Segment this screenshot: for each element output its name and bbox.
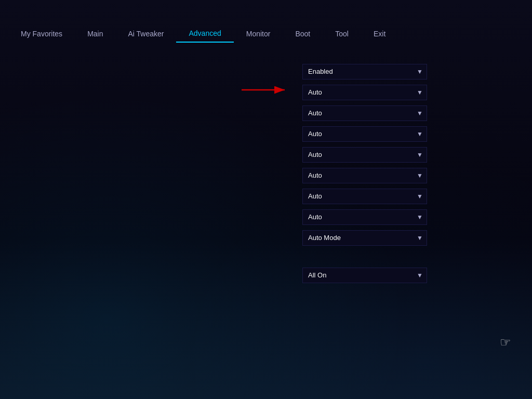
select-pciex16-bif[interactable]: Auto ModeManual (302, 230, 427, 246)
setting-control-pciex16-1: AutoGen1Gen2Gen3Gen4 ▼ (302, 85, 427, 100)
setting-control-m2-1: AutoGen1Gen2Gen3Gen4 ▼ (302, 168, 427, 183)
setting-control-m2-2: AutoGen1Gen2Gen3Gen4 ▼ (302, 189, 427, 204)
select-pciex16-1[interactable]: AutoGen1Gen2Gen3Gen4 (302, 85, 427, 100)
tab-boot[interactable]: Boot (283, 25, 323, 43)
setting-control-pciex1-2: AutoGen1Gen2Gen3 ▼ (302, 147, 427, 163)
setting-control-pciex1-1: AutoGen1Gen2Gen3 ▼ (302, 126, 427, 142)
background-circuit (0, 0, 532, 399)
select-sb-link[interactable]: AutoGen1Gen2Gen3 (302, 209, 427, 225)
tab-aitweaker[interactable]: Ai Tweaker (115, 25, 176, 43)
select-hd-audio[interactable]: Enabled Disabled (302, 64, 427, 79)
select-pciex16-2[interactable]: AutoGen1Gen2Gen3Gen4 (302, 105, 427, 121)
tab-monitor[interactable]: Monitor (234, 25, 283, 43)
setting-control-pciex16-2: AutoGen1Gen2Gen3Gen4 ▼ (302, 105, 427, 121)
setting-control-sb-link: AutoGen1Gen2Gen3 ▼ (302, 209, 427, 225)
tab-exit[interactable]: Exit (361, 25, 398, 43)
select-led-working[interactable]: All OnAll OffAura OnlyIndividual (302, 268, 427, 283)
select-pciex1-2[interactable]: AutoGen1Gen2Gen3 (302, 147, 427, 163)
tab-tool[interactable]: Tool (323, 25, 361, 43)
select-pciex1-1[interactable]: AutoGen1Gen2Gen3 (302, 126, 427, 142)
app-container: ROG UEFI BIOS Utility – Advanced Mode 06… (0, 0, 532, 399)
tab-main[interactable]: Main (75, 25, 115, 43)
select-m2-2[interactable]: AutoGen1Gen2Gen3Gen4 (302, 189, 427, 204)
tab-advanced[interactable]: Advanced (176, 25, 233, 43)
setting-control-led-working: All OnAll OffAura OnlyIndividual ▼ (302, 268, 427, 283)
setting-control-hd-audio: Enabled Disabled ▼ (302, 64, 427, 79)
tab-favorites[interactable]: My Favorites (8, 25, 75, 43)
select-m2-1[interactable]: AutoGen1Gen2Gen3Gen4 (302, 168, 427, 183)
setting-control-pciex16-bif: Auto ModeManual ▼ (302, 230, 427, 246)
